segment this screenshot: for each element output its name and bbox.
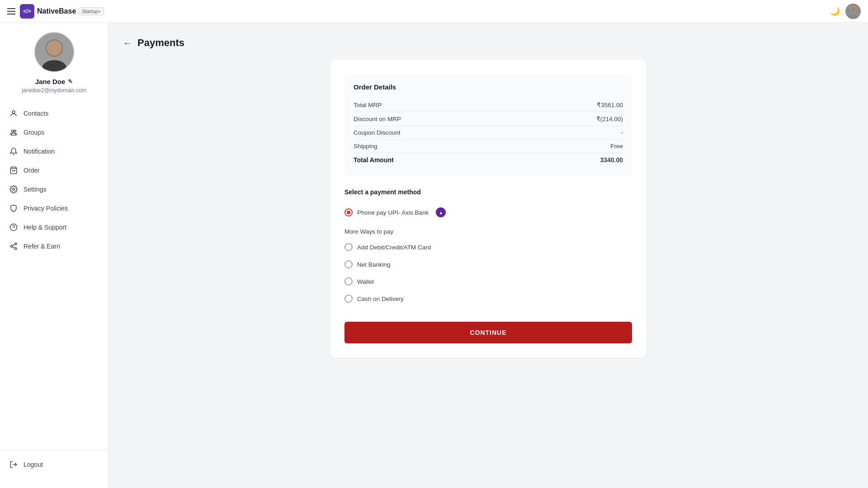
order-row-shipping: Shipping Free [354,140,623,153]
sidebar-label-order: Order [24,167,40,174]
top-navigation: </> NativeBase Startup+ 🌙 [0,0,868,23]
sidebar-item-notification[interactable]: Notification [4,142,104,160]
svg-point-21 [14,248,17,250]
svg-point-10 [46,40,61,56]
svg-point-3 [850,6,856,12]
svg-line-22 [12,247,14,248]
hamburger-button[interactable] [7,8,15,14]
sidebar: Jane Doe ✎ janedoe2@mydomain.com Contact… [0,23,108,488]
continue-button[interactable]: CONTINUE [344,322,632,343]
cod-label: Cash on Delivery [357,296,404,302]
content-area: ← Payments Order Details Total MRP ₹3561… [108,23,868,488]
radio-inner [347,211,350,214]
back-button[interactable]: ← [123,38,132,48]
bag-icon [9,166,18,175]
phonepay-label: Phone pay UPI- Axis Bank [357,209,429,216]
order-label-total: Total Amount [354,156,394,164]
topnav-right: 🌙 [830,4,861,19]
logout-label: Logout [24,461,43,468]
sidebar-label-help: Help & Support [24,224,66,231]
sidebar-item-settings[interactable]: Settings [4,180,104,198]
radio-netbanking [344,260,353,268]
topnav-left: </> NativeBase Startup+ [7,4,104,19]
payment-card: Order Details Total MRP ₹3561.00 Discoun… [330,60,646,358]
sidebar-footer: Logout [0,450,108,479]
netbanking-option[interactable]: Net Banking [344,256,632,273]
bell-icon [9,147,18,156]
sidebar-label-notification: Notification [24,148,55,155]
payment-method-label: Select a payment method [344,188,632,196]
logo-badge: Startup+ [79,7,104,15]
logout-button[interactable]: Logout [4,455,104,474]
order-value-discount: ₹(214.00) [596,115,623,122]
user-avatar[interactable] [845,4,861,19]
sidebar-profile: Jane Doe ✎ janedoe2@mydomain.com [0,32,108,104]
edit-profile-icon[interactable]: ✎ [68,78,73,85]
avatar [34,32,75,72]
svg-point-13 [12,130,14,132]
sidebar-label-groups: Groups [24,129,44,136]
sidebar-nav: Contacts Groups Notification [0,104,108,450]
sidebar-label-contacts: Contacts [24,110,48,117]
dark-mode-toggle[interactable]: 🌙 [830,6,840,16]
profile-name: Jane Doe ✎ [9,78,99,85]
order-label-discount: Discount on MRP [354,116,401,122]
sidebar-label-privacy: Privacy Policies [24,205,68,212]
logo: </> NativeBase Startup+ [20,4,104,19]
wallet-option[interactable]: Wallet [344,273,632,290]
order-label-shipping: Shipping [354,143,377,150]
svg-point-12 [12,111,15,113]
radio-wallet [344,277,353,286]
order-label-coupon: Coupon Discount [354,129,401,136]
sidebar-item-privacy[interactable]: Privacy Policies [4,199,104,217]
order-value-total: 3340.00 [600,156,623,164]
shield-icon [9,204,18,213]
card-label: Add Debit/Credit/ATM Card [357,244,431,251]
svg-point-14 [14,130,16,132]
sidebar-item-refer[interactable]: Refer & Earn [4,237,104,255]
profile-email: janedoe2@mydomain.com [9,87,99,94]
radio-card [344,243,353,251]
page-title: Payments [137,37,184,49]
svg-point-20 [10,245,13,248]
radio-cod [344,295,353,303]
share-icon [9,242,18,251]
order-value-coupon: - [621,129,623,136]
order-row-coupon: Coupon Discount - [354,126,623,140]
sidebar-label-settings: Settings [24,186,47,193]
group-icon [9,128,18,137]
radio-selected-phonepay [344,208,353,216]
order-details-section: Order Details Total MRP ₹3561.00 Discoun… [344,74,632,176]
sidebar-item-groups[interactable]: Groups [4,123,104,141]
cod-option[interactable]: Cash on Delivery [344,290,632,307]
phonepay-option[interactable]: Phone pay UPI- Axis Bank ▲ [344,203,632,222]
netbanking-label: Net Banking [357,261,391,268]
sidebar-item-help[interactable]: Help & Support [4,218,104,236]
order-value-mrp: ₹3561.00 [597,101,623,108]
page-header: ← Payments [123,37,854,49]
logo-icon: </> [20,4,34,19]
sidebar-label-refer: Refer & Earn [24,243,60,250]
help-icon [9,223,18,232]
logout-icon [9,460,18,469]
order-row-total: Total Amount 3340.00 [354,153,623,167]
svg-point-16 [13,188,15,191]
logo-text: NativeBase [37,7,76,15]
sidebar-item-order[interactable]: Order [4,161,104,179]
order-row-discount: Discount on MRP ₹(214.00) [354,112,623,126]
order-row-mrp: Total MRP ₹3561.00 [354,98,623,112]
svg-line-23 [12,244,14,246]
order-label-mrp: Total MRP [354,102,382,108]
more-ways-label: More Ways to pay [344,228,632,235]
person-icon [9,109,18,118]
svg-point-19 [14,243,17,245]
main-layout: Jane Doe ✎ janedoe2@mydomain.com Contact… [0,23,868,488]
phonepe-icon: ▲ [436,207,446,217]
order-details-title: Order Details [354,83,623,91]
sidebar-item-contacts[interactable]: Contacts [4,104,104,122]
wallet-label: Wallet [357,278,374,285]
order-value-shipping: Free [610,143,623,150]
gear-icon [9,185,18,194]
card-option[interactable]: Add Debit/Credit/ATM Card [344,239,632,256]
